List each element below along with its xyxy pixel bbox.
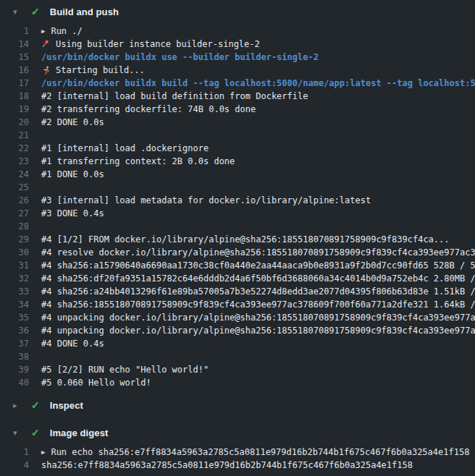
- line-number[interactable]: 34: [0, 298, 29, 311]
- log-line: 33 #4 sha256:a24bb4013296f61e89ba57005a7…: [0, 285, 475, 298]
- chevron-down-icon[interactable]: ▾: [13, 8, 23, 16]
- line-number[interactable]: 40: [0, 376, 29, 389]
- line-number[interactable]: 32: [0, 272, 29, 285]
- log-line-text: #3 [internal] load metadata for docker.i…: [41, 194, 371, 207]
- line-number[interactable]: 15: [0, 51, 29, 64]
- runner-icon: [41, 66, 51, 75]
- section-label: Image digest: [50, 428, 109, 438]
- log-line-text: #1 DONE 0.0s: [41, 168, 104, 181]
- line-number[interactable]: 25: [0, 181, 29, 194]
- line-number[interactable]: 20: [0, 116, 29, 129]
- section-label: Inspect: [50, 400, 83, 411]
- log-line: 18 #2 [internal] load build definition f…: [0, 90, 475, 103]
- log-line-text: /usr/bin/docker buildx build --tag local…: [41, 77, 475, 90]
- log-line-text: #4 resolve docker.io/library/alpine@sha2…: [41, 246, 475, 259]
- log-line: 24 #1 DONE 0.0s: [0, 168, 475, 181]
- line-number[interactable]: 37: [0, 337, 29, 350]
- line-number[interactable]: 1: [0, 25, 29, 38]
- log-line-text: #4 DONE 0.4s: [41, 337, 104, 350]
- log-line: 23 #1 transferring context: 2B 0.0s done: [0, 155, 475, 168]
- log-line: 17 /usr/bin/docker buildx build --tag lo…: [0, 77, 475, 90]
- log-line-text: #2 [internal] load build definition from…: [41, 90, 308, 103]
- line-number[interactable]: 38: [0, 350, 29, 363]
- log-line: 25: [0, 181, 475, 194]
- line-number[interactable]: 27: [0, 207, 29, 220]
- log-line-text: ▶Run echo sha256:e7ff8834a5963a2785c5a08…: [41, 446, 469, 459]
- section-header-image-digest[interactable]: ▾ ✓ Image digest: [0, 421, 475, 444]
- log-line: 34 #4 sha256:185518070891758909c9f839cf4…: [0, 298, 475, 311]
- line-number[interactable]: 16: [0, 64, 29, 77]
- log-line: 38: [0, 350, 475, 363]
- log-line-text: #4 sha256:df20fa9351a15782c64e6dddb2d4a6…: [41, 272, 475, 285]
- log-line-text: Starting build...: [41, 64, 145, 77]
- log-line: 36 #4 unpacking docker.io/library/alpine…: [0, 324, 475, 337]
- log-line: 39 #5 [2/2] RUN echo "Hello world!": [0, 363, 475, 376]
- line-number[interactable]: 4: [0, 459, 29, 472]
- chevron-right-icon[interactable]: ▸: [13, 401, 23, 409]
- log-line: 4 sha256:e7ff8834a5963a2785c5a0811e979d1…: [0, 459, 475, 472]
- log-line: 35 #4 unpacking docker.io/library/alpine…: [0, 311, 475, 324]
- line-number[interactable]: 30: [0, 246, 29, 259]
- line-number[interactable]: 39: [0, 363, 29, 376]
- log-section-image-digest: ▾ ✓ Image digest 1 ▶Run echo sha256:e7ff…: [0, 421, 475, 472]
- log-line: 37 #4 DONE 0.4s: [0, 337, 475, 350]
- section-lines: 1 ▶Run echo sha256:e7ff8834a5963a2785c5a…: [0, 444, 475, 472]
- line-number[interactable]: 14: [0, 38, 29, 51]
- log-line: 22 #1 [internal] load .dockerignore: [0, 142, 475, 155]
- log-line-text: #3 DONE 0.4s: [41, 207, 104, 220]
- line-number[interactable]: 29: [0, 233, 29, 246]
- line-number[interactable]: 21: [0, 129, 29, 142]
- log-line-text: sha256:e7ff8834a5963a2785c5a0811e979d16b…: [41, 459, 413, 472]
- log-line: 20 #2 DONE 0.0s: [0, 116, 475, 129]
- line-number[interactable]: 33: [0, 285, 29, 298]
- log-line: 14 Using builder instance builder-single…: [0, 38, 475, 51]
- log-line-text: #4 unpacking docker.io/library/alpine@sh…: [41, 324, 475, 337]
- check-success-icon: ✓: [31, 428, 40, 438]
- line-number[interactable]: 19: [0, 103, 29, 116]
- log-line-text: ▶Run ./: [41, 25, 83, 38]
- log-section-inspect: ▸ ✓ Inspect: [0, 394, 475, 417]
- line-number[interactable]: 36: [0, 324, 29, 337]
- line-number[interactable]: 35: [0, 311, 29, 324]
- section-header-build-and-push[interactable]: ▾ ✓ Build and push: [0, 0, 475, 23]
- log-line-text: #2 DONE 0.0s: [41, 116, 104, 129]
- line-number[interactable]: 24: [0, 168, 29, 181]
- play-icon[interactable]: ▶: [41, 449, 45, 456]
- log-line: 19 #2 transferring dockerfile: 74B 0.0s …: [0, 103, 475, 116]
- log-line: 28: [0, 220, 475, 233]
- log-line: 16 Starting build...: [0, 64, 475, 77]
- log-line: 26 #3 [internal] load metadata for docke…: [0, 194, 475, 207]
- line-number[interactable]: 17: [0, 77, 29, 90]
- log-line-text: #5 0.060 Hello world!: [41, 376, 151, 389]
- line-number[interactable]: 22: [0, 142, 29, 155]
- log-line-text: #4 sha256:a24bb4013296f61e89ba57005a7b3e…: [41, 285, 475, 298]
- chevron-down-icon[interactable]: ▾: [13, 429, 23, 437]
- log-line-text: #4 unpacking docker.io/library/alpine@sh…: [41, 311, 475, 324]
- log-line: 1 ▶Run ./: [0, 25, 475, 38]
- log-line: 40 #5 0.060 Hello world!: [0, 376, 475, 389]
- log-line-text: /usr/bin/docker buildx use --builder bui…: [41, 51, 319, 64]
- log-line-text: #4 sha256:185518070891758909c9f839cf4ca3…: [41, 298, 475, 311]
- line-number[interactable]: 18: [0, 90, 29, 103]
- section-header-inspect[interactable]: ▸ ✓ Inspect: [0, 394, 475, 417]
- log-line: 30 #4 resolve docker.io/library/alpine@s…: [0, 246, 475, 259]
- section-lines: 1 ▶Run ./ 14 Using builder instance buil…: [0, 23, 475, 389]
- log-section-build-and-push: ▾ ✓ Build and push 1 ▶Run ./ 14 Using bu…: [0, 0, 475, 389]
- line-number[interactable]: 31: [0, 259, 29, 272]
- log-line-text: #5 [2/2] RUN echo "Hello world!": [41, 363, 209, 376]
- log-line-text: #1 [internal] load .dockerignore: [41, 142, 209, 155]
- log-viewer: ▾ ✓ Build and push 1 ▶Run ./ 14 Using bu…: [0, 0, 475, 476]
- log-line: 31 #4 sha256:a15790640a6690aa1730c38cf0a…: [0, 259, 475, 272]
- line-number[interactable]: 1: [0, 446, 29, 459]
- log-line: 15 /usr/bin/docker buildx use --builder …: [0, 51, 475, 64]
- log-line-text: #4 [1/2] FROM docker.io/library/alpine@s…: [41, 233, 450, 246]
- line-number[interactable]: 26: [0, 194, 29, 207]
- log-line-text: Using builder instance builder-single-2: [41, 38, 260, 51]
- play-icon[interactable]: ▶: [41, 28, 45, 35]
- log-line-text: #1 transferring context: 2B 0.0s done: [41, 155, 235, 168]
- log-line: 27 #3 DONE 0.4s: [0, 207, 475, 220]
- line-number[interactable]: 23: [0, 155, 29, 168]
- log-line: 21: [0, 129, 475, 142]
- log-line-text: #4 sha256:a15790640a6690aa1730c38cf0a440…: [41, 259, 475, 272]
- line-number[interactable]: 28: [0, 220, 29, 233]
